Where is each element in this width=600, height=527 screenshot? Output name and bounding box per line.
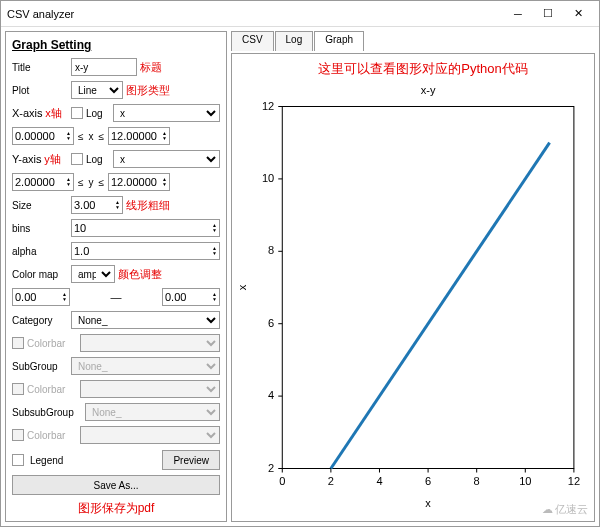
subgroup-select: None_: [71, 357, 220, 375]
tab-graph[interactable]: Graph: [314, 31, 364, 51]
anno-title: 标题: [140, 60, 162, 75]
watermark: ☁ 亿速云: [542, 502, 588, 517]
alpha-label: alpha: [12, 246, 68, 257]
subgroup-label: SubGroup: [12, 361, 68, 372]
anno-saveas: 图形保存为pdf: [12, 500, 220, 517]
svg-text:12: 12: [568, 475, 580, 487]
tab-csv[interactable]: CSV: [231, 31, 274, 51]
alpha-spinner[interactable]: 1.0▲▼: [71, 242, 220, 260]
anno-size: 线形粗细: [126, 198, 170, 213]
svg-text:8: 8: [474, 475, 480, 487]
xmin-spinner[interactable]: 0.00000▲▼: [12, 127, 74, 145]
chart-container: 这里可以查看图形对应的Python代码 x-y02468101224681012…: [231, 53, 595, 522]
colorbar1-select: [80, 334, 220, 352]
category-select[interactable]: None_: [71, 311, 220, 329]
svg-text:4: 4: [376, 475, 382, 487]
right-panel: CSV Log Graph 这里可以查看图形对应的Python代码 x-y024…: [231, 31, 595, 522]
colorbar3-checkbox: [12, 429, 24, 441]
maximize-button[interactable]: ☐: [533, 4, 563, 24]
anno-cmap: 颜色调整: [118, 267, 162, 282]
bins-spinner[interactable]: 10▲▼: [71, 219, 220, 237]
svg-rect-0: [282, 107, 574, 469]
svg-text:0: 0: [279, 475, 285, 487]
cmap-max-spinner[interactable]: 0.00▲▼: [162, 288, 220, 306]
app-window: CSV analyzer ─ ☐ ✕ Graph Setting Title 标…: [0, 0, 600, 527]
colorbar2-checkbox: [12, 383, 24, 395]
ylog-checkbox[interactable]: [71, 153, 83, 165]
settings-panel: Graph Setting Title 标题 Plot Line 图形类型 X-…: [5, 31, 227, 522]
colorbar3-label: Colorbar: [27, 430, 77, 441]
size-label: Size: [12, 200, 68, 211]
panel-heading: Graph Setting: [12, 38, 220, 52]
ymax-spinner[interactable]: 12.00000▲▼: [108, 173, 170, 191]
titlebar: CSV analyzer ─ ☐ ✕: [1, 1, 599, 27]
subsubgroup-label: SubsubGroup: [12, 407, 82, 418]
colorbar3-select: [80, 426, 220, 444]
colorbar2-select: [80, 380, 220, 398]
preview-button[interactable]: Preview: [162, 450, 220, 470]
plot-select[interactable]: Line: [71, 81, 123, 99]
ymin-spinner[interactable]: 2.00000▲▼: [12, 173, 74, 191]
legend-label: Legend: [27, 455, 159, 466]
title-input[interactable]: [71, 58, 137, 76]
svg-text:4: 4: [268, 389, 274, 401]
svg-text:6: 6: [268, 317, 274, 329]
svg-text:x-y: x-y: [421, 84, 436, 96]
subsubgroup-select: None_: [85, 403, 220, 421]
bins-label: bins: [12, 223, 68, 234]
saveas-button[interactable]: Save As...: [12, 475, 220, 495]
close-button[interactable]: ✕: [563, 4, 593, 24]
anno-plot: 图形类型: [126, 83, 170, 98]
cmap-min-spinner[interactable]: 0.00▲▼: [12, 288, 70, 306]
cloud-icon: ☁: [542, 503, 553, 516]
xlog-label: Log: [86, 108, 110, 119]
svg-text:6: 6: [425, 475, 431, 487]
chart-svg: x-y02468101224681012xx: [232, 54, 594, 521]
svg-text:x: x: [425, 497, 431, 509]
svg-text:12: 12: [262, 100, 274, 112]
svg-text:x: x: [236, 284, 248, 290]
xlog-checkbox[interactable]: [71, 107, 83, 119]
svg-text:10: 10: [519, 475, 531, 487]
svg-text:8: 8: [268, 244, 274, 256]
svg-text:2: 2: [268, 462, 274, 474]
colorbar1-label: Colorbar: [27, 338, 77, 349]
size-spinner[interactable]: 3.00▲▼: [71, 196, 123, 214]
tab-log[interactable]: Log: [275, 31, 314, 51]
plot-label: Plot: [12, 85, 68, 96]
window-title: CSV analyzer: [7, 8, 503, 20]
category-label: Category: [12, 315, 68, 326]
svg-text:2: 2: [328, 475, 334, 487]
xmax-spinner[interactable]: 12.00000▲▼: [108, 127, 170, 145]
colorbar1-checkbox: [12, 337, 24, 349]
svg-text:10: 10: [262, 172, 274, 184]
xaxis-select[interactable]: x: [113, 104, 220, 122]
legend-checkbox[interactable]: [12, 454, 24, 466]
ylog-label: Log: [86, 154, 110, 165]
cmap-label: Color map: [12, 269, 68, 280]
dash: —: [73, 291, 159, 303]
yaxis-select[interactable]: x: [113, 150, 220, 168]
title-label: Title: [12, 62, 68, 73]
tabs: CSV Log Graph: [231, 31, 595, 51]
minimize-button[interactable]: ─: [503, 4, 533, 24]
xaxis-label: X-axis x轴: [12, 106, 68, 121]
yaxis-label: Y-axis y轴: [12, 152, 68, 167]
cmap-select[interactable]: amp: [71, 265, 115, 283]
colorbar2-label: Colorbar: [27, 384, 77, 395]
